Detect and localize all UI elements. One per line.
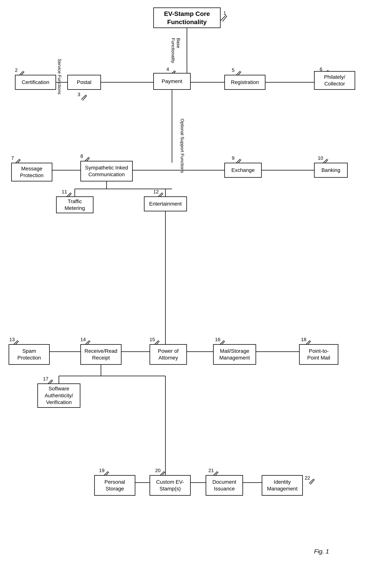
identity-mgmt-node: IdentityManagement (262, 475, 303, 496)
tick-3 (80, 94, 87, 101)
fig-label: Fig. 1 (314, 548, 329, 555)
ref-3: 3 (78, 92, 80, 98)
spam-protection-node: SpamProtection (9, 344, 50, 365)
message-protection-node: MessageProtection (11, 163, 52, 181)
certification-node: Certification (15, 75, 56, 90)
registration-node: Registration (224, 75, 266, 90)
banking-node: Banking (314, 163, 348, 178)
root-label: EV-Stamp CoreFunctionality (164, 10, 210, 26)
software-auth-node: SoftwareAuthenticity/Verification (37, 383, 80, 408)
point-mail-node: Point-to-Point Mail (299, 344, 338, 365)
custom-ev-node: Custom EV-Stamp(s) (150, 475, 191, 496)
ref-5: 5 (232, 67, 234, 73)
mail-storage-node: Mail/StorageManagement (213, 344, 256, 365)
exchange-node: Exchange (224, 163, 262, 178)
diagram-container: EV-Stamp CoreFunctionality 1 BaseFunctio… (0, 0, 392, 566)
postal-node: Postal (67, 75, 101, 90)
traffic-metering-node: TrafficMetering (56, 196, 94, 213)
optional-support-label: Optional Support Functions (180, 119, 185, 173)
sympathetic-node: Sympathetic InkedCommunication (80, 161, 133, 181)
ref-8: 8 (80, 153, 83, 159)
philately-node: Philately/Collector (314, 71, 355, 90)
service-functions-label: Service Functions (57, 59, 62, 94)
ref-9: 9 (232, 155, 234, 161)
power-attorney-node: Power ofAttorney (150, 344, 187, 365)
tick-22 (308, 478, 315, 484)
ref-7: 7 (11, 155, 14, 161)
ref-4: 4 (166, 66, 169, 72)
root-node: EV-Stamp CoreFunctionality (153, 7, 221, 28)
receive-receipt-node: Receive/ReadReceipt (80, 344, 122, 365)
base-functionality-label: BaseFunctionality (170, 38, 181, 63)
tick-1 (220, 14, 227, 22)
ref-2: 2 (15, 67, 18, 73)
personal-storage-node: PersonalStorage (94, 475, 135, 496)
document-issuance-node: DocumentIssuance (206, 475, 243, 496)
payment-node: Payment (153, 73, 191, 90)
entertainment-node: Entertainment (144, 196, 187, 211)
